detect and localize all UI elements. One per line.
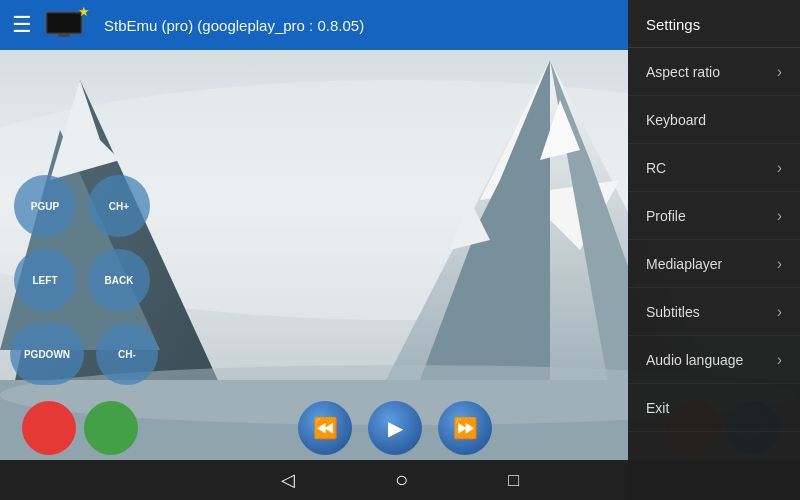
menu-item-exit[interactable]: Exit <box>628 384 800 432</box>
menu-item-arrow-aspect-ratio: › <box>777 63 782 81</box>
tv-icon-group: ★ <box>44 8 92 42</box>
svg-rect-14 <box>48 14 80 32</box>
menu-item-keyboard[interactable]: Keyboard <box>628 96 800 144</box>
nav-home-icon[interactable]: ○ <box>395 467 408 493</box>
menu-item-label-rc: RC <box>646 160 666 176</box>
menu-item-arrow-profile: › <box>777 207 782 225</box>
menu-item-arrow-subtitles: › <box>777 303 782 321</box>
nav-recent-icon[interactable]: □ <box>508 470 519 491</box>
dropdown-menu: Settings Aspect ratio›KeyboardRC›Profile… <box>628 0 800 500</box>
back-button[interactable]: BACK <box>88 249 150 311</box>
menu-item-label-exit: Exit <box>646 400 669 416</box>
menu-item-label-aspect-ratio: Aspect ratio <box>646 64 720 80</box>
menu-item-label-audio-language: Audio language <box>646 352 743 368</box>
play-button[interactable]: ▶ <box>368 401 422 455</box>
menu-item-mediaplayer[interactable]: Mediaplayer› <box>628 240 800 288</box>
rewind-button[interactable]: ⏪ <box>298 401 352 455</box>
menu-items-container: Aspect ratio›KeyboardRC›Profile›Mediapla… <box>628 48 800 432</box>
menu-item-label-mediaplayer: Mediaplayer <box>646 256 722 272</box>
chplus-button[interactable]: CH+ <box>88 175 150 237</box>
menu-item-label-profile: Profile <box>646 208 686 224</box>
menu-icon[interactable]: ☰ <box>12 12 32 38</box>
nav-back-icon[interactable]: ◁ <box>281 469 295 491</box>
topbar: ☰ ★ StbEmu (pro) (googleplay_pro : 0.8.0… <box>0 0 628 50</box>
green-button[interactable] <box>84 401 138 455</box>
pgup-button[interactable]: PGUP <box>14 175 76 237</box>
pgdown-button[interactable]: PGDOWN <box>10 323 84 385</box>
menu-item-subtitles[interactable]: Subtitles› <box>628 288 800 336</box>
menu-item-arrow-audio-language: › <box>777 351 782 369</box>
menu-item-profile[interactable]: Profile› <box>628 192 800 240</box>
svg-rect-15 <box>58 34 70 37</box>
menu-item-label-subtitles: Subtitles <box>646 304 700 320</box>
menu-item-audio-language[interactable]: Audio language› <box>628 336 800 384</box>
menu-item-rc[interactable]: RC› <box>628 144 800 192</box>
menu-item-arrow-mediaplayer: › <box>777 255 782 273</box>
dropdown-header: Settings <box>628 0 800 48</box>
chminus-button[interactable]: CH- <box>96 323 158 385</box>
red-button[interactable] <box>22 401 76 455</box>
menu-item-aspect-ratio[interactable]: Aspect ratio› <box>628 48 800 96</box>
fastforward-button[interactable]: ⏩ <box>438 401 492 455</box>
star-icon: ★ <box>78 4 90 19</box>
menu-item-label-keyboard: Keyboard <box>646 112 706 128</box>
left-button[interactable]: LEFT <box>14 249 76 311</box>
app-title: StbEmu (pro) (googleplay_pro : 0.8.05) <box>104 17 364 34</box>
menu-item-arrow-rc: › <box>777 159 782 177</box>
